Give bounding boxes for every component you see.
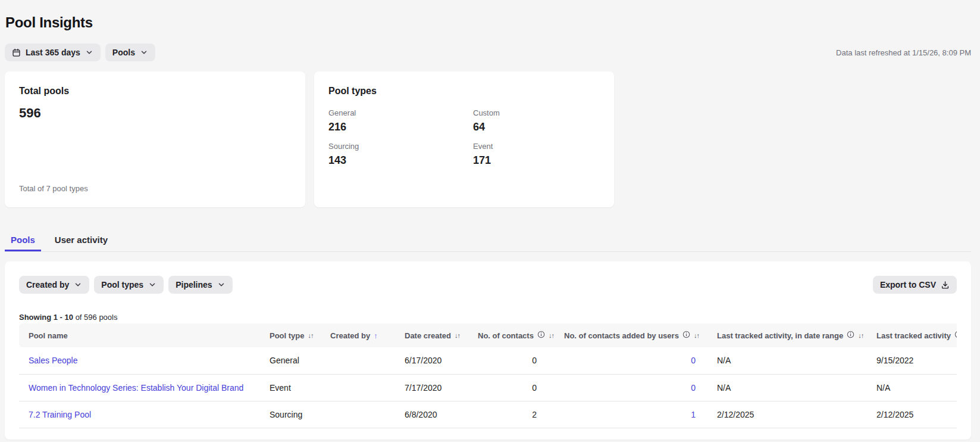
column-label: Date created <box>405 331 451 340</box>
cell-contacts: 0 <box>468 347 555 374</box>
column-header-date-created[interactable]: Date created↓↑ <box>395 323 468 347</box>
results-summary: Showing 1 - 10 of 596 pools <box>19 313 957 322</box>
column-header-created-by[interactable]: Created by↑ <box>321 323 395 347</box>
filter-pipelines-label: Pipelines <box>176 280 212 290</box>
pool-type-stat: Sourcing143 <box>328 142 473 167</box>
global-toolbar: Last 365 days Pools Data last refreshed … <box>5 43 971 61</box>
page-title: Pool Insights <box>5 14 971 31</box>
pools-table: Pool namePool type↓↑Created by↑Date crea… <box>19 323 957 428</box>
download-icon <box>941 281 950 290</box>
filter-pipelines[interactable]: Pipelines <box>168 276 232 294</box>
cell-created-by <box>321 401 395 428</box>
column-header-type[interactable]: Pool type↓↑ <box>260 323 321 347</box>
contacts-added-link[interactable]: 0 <box>691 383 696 393</box>
cell-name: 7.2 Training Pool <box>19 401 260 428</box>
column-header-last-tracked-in-range[interactable]: Last tracked activity, in date range↓↑ <box>707 323 867 347</box>
pool-type-stat-label: Custom <box>473 108 600 117</box>
info-icon[interactable] <box>537 331 545 340</box>
contacts-added-link[interactable]: 1 <box>691 410 696 419</box>
cell-name: Sales People <box>19 347 260 374</box>
cell-contacts: 0 <box>468 374 555 401</box>
summary-cards: Total pools 596 Total of 7 pool types Po… <box>5 71 971 207</box>
pool-types-title: Pool types <box>328 86 600 97</box>
chevron-down-icon <box>140 48 148 57</box>
sort-icon[interactable]: ↓↑ <box>858 332 863 339</box>
pool-name-link[interactable]: Women in Technology Series: Establish Yo… <box>29 383 243 393</box>
cell-date-created: 6/8/2020 <box>395 401 468 428</box>
column-label: Pool name <box>29 331 68 340</box>
pool-name-link[interactable]: 7.2 Training Pool <box>29 410 91 419</box>
date-range-label: Last 365 days <box>26 48 80 57</box>
data-refreshed-text: Data last refreshed at 1/15/26, 8:09 PM <box>836 48 971 57</box>
pool-type-stat-label: Event <box>473 142 600 151</box>
column-label: No. of contacts added by users <box>564 331 679 340</box>
tab-user-activity[interactable]: User activity <box>49 222 114 251</box>
chevron-down-icon <box>74 281 82 289</box>
calendar-icon <box>12 48 21 57</box>
filter-created-by[interactable]: Created by <box>19 276 89 294</box>
pool-type-stat-label: Sourcing <box>328 142 473 151</box>
column-header-inner: Last tracked activity, in date range↓↑ <box>717 331 863 340</box>
cell-type: General <box>260 347 321 374</box>
pool-type-stat-label: General <box>328 108 473 117</box>
sort-icon[interactable]: ↓↑ <box>549 332 554 339</box>
pool-type-stat-value: 171 <box>473 154 600 167</box>
table-row: Women in Technology Series: Establish Yo… <box>19 374 957 401</box>
cell-contacts-added: 0 <box>555 347 707 374</box>
table-toolbar: Created byPool typesPipelines Export to … <box>19 276 957 294</box>
column-label: Pool type <box>270 331 305 340</box>
sort-icon[interactable]: ↓↑ <box>694 332 699 339</box>
scope-filter-label: Pools <box>112 48 135 57</box>
column-header-contacts-added[interactable]: No. of contacts added by users↓↑ <box>555 323 707 347</box>
cell-last-tracked: 2/12/2025 <box>867 401 957 428</box>
sort-icon[interactable]: ↓↑ <box>455 332 460 339</box>
pool-type-stat-value: 64 <box>473 121 600 133</box>
pool-name-link[interactable]: Sales People <box>29 356 78 365</box>
column-header-inner: No. of contacts added by users↓↑ <box>564 331 699 340</box>
table-row: 7.2 Training PoolSourcing6/8/2020212/12/… <box>19 401 957 428</box>
pool-types-grid: General216Custom64Sourcing143Event171 <box>328 108 600 167</box>
pool-type-stat-value: 143 <box>328 154 473 167</box>
sort-icon[interactable]: ↓↑ <box>308 332 314 339</box>
cell-created-by <box>321 374 395 401</box>
filter-pool-types[interactable]: Pool types <box>94 276 164 294</box>
pool-type-stat-value: 216 <box>328 121 473 133</box>
cell-contacts-added: 1 <box>555 401 707 428</box>
column-header-inner: Created by↑ <box>330 331 378 340</box>
total-pools-value: 596 <box>19 105 291 121</box>
table-header-row: Pool namePool type↓↑Created by↑Date crea… <box>19 323 957 347</box>
column-header-contacts[interactable]: No. of contacts↓↑ <box>468 323 555 347</box>
cell-created-by <box>321 347 395 374</box>
sort-asc-icon[interactable]: ↑ <box>374 331 378 340</box>
info-icon[interactable] <box>847 331 854 340</box>
cell-last-tracked-in-range: N/A <box>707 374 867 401</box>
column-header-inner: Pool name <box>29 331 68 340</box>
cell-last-tracked: N/A <box>867 374 957 401</box>
tabs: PoolsUser activity <box>5 222 971 252</box>
info-icon[interactable] <box>954 331 957 340</box>
date-range-filter[interactable]: Last 365 days <box>5 43 101 61</box>
table-row: Sales PeopleGeneral6/17/202000N/A9/15/20… <box>19 347 957 374</box>
cell-type: Sourcing <box>260 401 321 428</box>
pool-type-stat: General216 <box>328 108 473 133</box>
cell-date-created: 6/17/2020 <box>395 347 468 374</box>
contacts-added-link[interactable]: 0 <box>691 356 696 365</box>
pools-table-card: Created byPool typesPipelines Export to … <box>5 262 971 440</box>
table-viewport[interactable]: Pool namePool type↓↑Created by↑Date crea… <box>19 323 957 428</box>
export-csv-label: Export to CSV <box>880 280 936 290</box>
pool-type-stat: Event171 <box>473 142 600 167</box>
results-range: Showing 1 - 10 <box>19 313 73 322</box>
column-header-inner: Date created↓↑ <box>405 331 460 340</box>
scope-filter[interactable]: Pools <box>105 43 155 61</box>
results-total: of 596 pools <box>73 313 117 322</box>
total-pools-card: Total pools 596 Total of 7 pool types <box>5 71 305 207</box>
cell-last-tracked-in-range: N/A <box>707 347 867 374</box>
column-header-last-tracked: Last tracked activity <box>867 323 957 347</box>
info-icon[interactable] <box>682 331 690 340</box>
export-csv-button[interactable]: Export to CSV <box>873 276 957 294</box>
total-pools-title: Total pools <box>19 86 291 97</box>
pool-types-card: Pool types General216Custom64Sourcing143… <box>314 71 614 207</box>
column-label: Created by <box>330 331 370 340</box>
column-header-inner: No. of contacts↓↑ <box>478 331 554 340</box>
tab-pools[interactable]: Pools <box>5 222 41 251</box>
